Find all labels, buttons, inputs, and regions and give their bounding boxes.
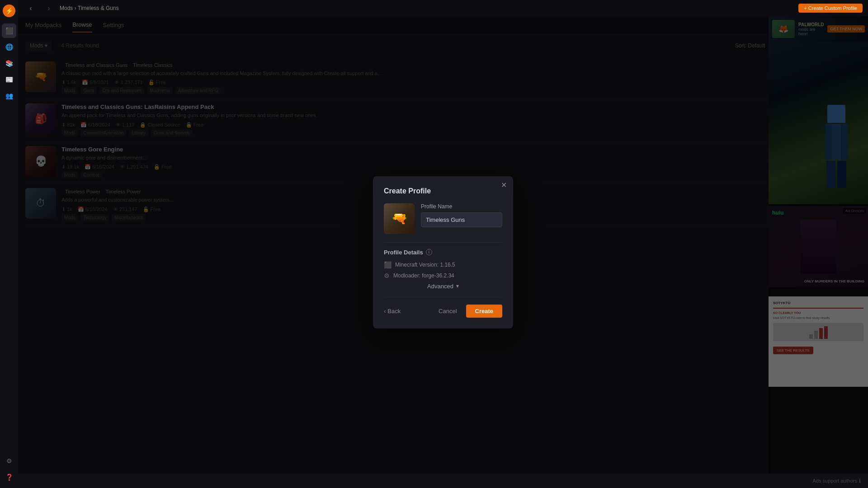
sidebar-icon-help[interactable]: ❓ bbox=[2, 470, 16, 484]
create-profile-modal: ✕ Create Profile 🔫 Profile Name Profile … bbox=[373, 176, 513, 328]
create-button[interactable]: Create bbox=[466, 305, 502, 318]
sidebar-icon-browse[interactable]: 🌐 bbox=[2, 40, 16, 54]
modal-title: Create Profile bbox=[384, 187, 502, 195]
cancel-button[interactable]: Cancel bbox=[433, 305, 462, 318]
profile-thumbnail: 🔫 bbox=[384, 203, 415, 234]
app-logo: ⚡ bbox=[2, 4, 16, 18]
topbar-actions: + Create Custom Profile bbox=[798, 4, 863, 13]
svg-text:⚡: ⚡ bbox=[5, 7, 14, 15]
breadcrumb: Mods › Timeless & Guns bbox=[60, 5, 119, 11]
profile-thumb-image: 🔫 bbox=[384, 203, 415, 234]
profile-name-label: Profile Name bbox=[421, 203, 502, 210]
sidebar-bottom: ⚙ ❓ bbox=[2, 454, 16, 488]
sidebar-icon-news[interactable]: 📰 bbox=[2, 72, 16, 87]
sidebar-icon-settings[interactable]: ⚙ bbox=[2, 454, 16, 468]
modal-profile-row: 🔫 Profile Name bbox=[384, 203, 502, 234]
main-area: My Modpacks Browse Settings + + Create C… bbox=[18, 16, 868, 488]
profile-name-input[interactable] bbox=[421, 212, 502, 227]
ads-support-text: Ads support authors bbox=[813, 478, 857, 483]
divider bbox=[384, 242, 502, 243]
advanced-toggle[interactable]: Advanced ▾ bbox=[384, 283, 502, 290]
sidebar: ⚡ ⬛ 🌐 📚 📰 👥 ⚙ ❓ bbox=[0, 0, 18, 488]
back-icon: ‹ bbox=[384, 308, 386, 314]
topbar: ‹ › Mods › Timeless & Guns + Create Cust… bbox=[18, 0, 868, 16]
back-button[interactable]: ‹ Back bbox=[384, 308, 401, 314]
modal-footer: ‹ Back Cancel Create bbox=[384, 305, 502, 318]
forge-icon: ⚙ bbox=[384, 272, 390, 279]
back-button[interactable]: ‹ bbox=[24, 1, 38, 15]
profile-name-section: Profile Name bbox=[421, 203, 502, 227]
chevron-down-icon: ▾ bbox=[456, 283, 459, 289]
modal-footer-divider bbox=[384, 297, 502, 297]
sidebar-icon-game[interactable]: ⬛ bbox=[2, 23, 16, 38]
bottom-bar: Ads support authors ℹ bbox=[18, 474, 868, 488]
create-profile-topbar-button[interactable]: + Create Custom Profile bbox=[798, 4, 863, 13]
info-icon: i bbox=[426, 249, 432, 255]
modloader-row: ⚙ Modloader: forge-36.2.34 bbox=[384, 272, 502, 279]
forward-button[interactable]: › bbox=[42, 1, 56, 15]
sidebar-icon-library[interactable]: 📚 bbox=[2, 56, 16, 70]
info-icon: ℹ bbox=[859, 478, 861, 484]
sidebar-icon-community[interactable]: 👥 bbox=[2, 89, 16, 103]
modal-footer-actions: Cancel Create bbox=[433, 305, 502, 318]
modal-overlay: ✕ Create Profile 🔫 Profile Name Profile … bbox=[18, 16, 868, 488]
minecraft-version-row: ⬛ Minecraft Version: 1.16.5 bbox=[384, 261, 502, 268]
profile-details-header: Profile Details i bbox=[384, 249, 502, 256]
modal-close-button[interactable]: ✕ bbox=[501, 182, 507, 189]
minecraft-icon: ⬛ bbox=[384, 261, 392, 268]
